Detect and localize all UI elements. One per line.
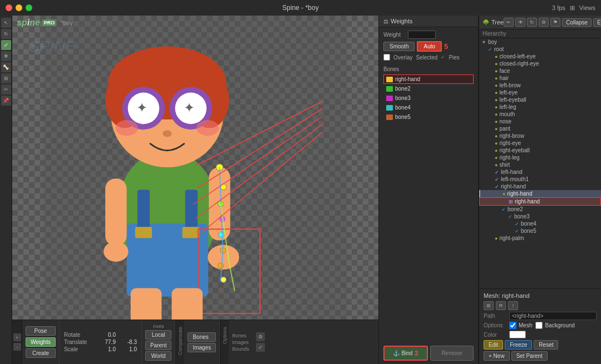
zoom-out-icon[interactable]: - (13, 343, 21, 351)
bones-button[interactable]: Bones (188, 332, 216, 342)
images-button[interactable]: Images (188, 343, 216, 352)
tree-item-16[interactable]: ●right-leg (479, 154, 601, 161)
tool-bones[interactable]: 🦴 (1, 62, 11, 72)
tree-item-4[interactable]: ●face (479, 67, 601, 74)
settings-icon[interactable]: ⚙ (256, 332, 265, 341)
spine-logo: spine PRO *boy (17, 18, 73, 28)
gear-icon[interactable]: ⚙ (539, 18, 549, 27)
bone-list-item-4[interactable]: bone5 (383, 112, 474, 122)
tool-arrow[interactable]: ↖ (1, 18, 11, 28)
tree-item-25[interactable]: ✓bone4 (479, 220, 601, 227)
mesh-check-input[interactable] (509, 322, 516, 329)
tree-item-14[interactable]: ●right-eye (479, 139, 601, 147)
world-button[interactable]: World (145, 351, 171, 361)
bone-list-item-1[interactable]: bone2 (383, 84, 474, 93)
svg-point-15 (162, 130, 171, 137)
color-row: Color (484, 331, 597, 338)
bone-list-item-2[interactable]: bone3 (383, 93, 474, 103)
tree-item-8[interactable]: ●left-eyeball (479, 96, 601, 103)
path-row: Path <right-hand> (484, 312, 597, 320)
tree-item-5[interactable]: ●hair (479, 74, 601, 82)
bind-badge: 3 (414, 349, 418, 357)
color-box[interactable] (509, 331, 526, 338)
traffic-lights (6, 4, 32, 11)
tree-item-7[interactable]: ●left-eye (479, 89, 601, 96)
tree-item-24[interactable]: ✓bone3 (479, 213, 601, 220)
close-button[interactable] (6, 4, 12, 11)
edit-button[interactable]: Edit (484, 340, 503, 350)
set-parent-button[interactable]: Set Parent (511, 351, 548, 361)
bone-list-item-3[interactable]: bone4 (383, 103, 474, 112)
tree-item-22[interactable]: ⊞right-hand (479, 197, 601, 206)
eye-icon[interactable]: 👁 (515, 18, 525, 27)
tree-item-12[interactable]: ●pant (479, 125, 601, 132)
tree-item-19[interactable]: ✓left-mouth1 (479, 176, 601, 183)
remove-button[interactable]: Remove (430, 346, 474, 361)
zoom-in-icon[interactable]: + (13, 333, 21, 341)
rotate-row: Rotate 0.0 (64, 332, 137, 338)
tree-item-13[interactable]: ●right-brow (479, 132, 601, 139)
translate-row: Translate 77.9 -8.3 (64, 339, 137, 345)
tree-item-20[interactable]: ✓right-hand (479, 183, 601, 190)
tree-item-23[interactable]: ✓bone2 (479, 206, 601, 213)
refresh-icon[interactable]: ↻ (527, 18, 537, 27)
tree-item-21[interactable]: ●right-hand (479, 190, 601, 197)
smooth-button[interactable]: Smooth (383, 42, 415, 51)
auto-button[interactable]: Auto (417, 41, 442, 52)
flag-icon[interactable]: ⚑ (550, 18, 560, 27)
left-sidebar: ↖ ↻ ⤢ ✥ 🦴 ⊞ ✂ 📌 (0, 16, 12, 364)
local-button[interactable]: Local (145, 330, 171, 340)
tool-scale[interactable]: ⤢ (1, 40, 11, 50)
prop-icon-3[interactable]: ! (508, 301, 518, 310)
rotate-label: Rotate (64, 332, 95, 338)
main-layout: ↖ ↻ ⤢ ✥ 🦴 ⊞ ✂ 📌 SPINE (0, 16, 601, 364)
tree-item-18[interactable]: ✓left-hand (479, 168, 601, 176)
overlay-checkbox[interactable] (383, 54, 390, 61)
tool-pin[interactable]: 📌 (1, 96, 11, 106)
reset-button[interactable]: Reset (534, 340, 558, 350)
tool-rotate[interactable]: ↻ (1, 29, 11, 39)
minimize-button[interactable] (16, 4, 22, 11)
compensate-label: Compensate (178, 327, 183, 355)
tree-item-3[interactable]: ●closed-right-eye (479, 60, 601, 67)
pose-button[interactable]: Pose (26, 326, 56, 336)
weight-input[interactable] (408, 31, 436, 39)
expand-icon[interactable]: ⤢ (256, 343, 265, 352)
tree-content[interactable]: ▼boy✓root●closed-left-eye●closed-right-e… (479, 38, 601, 288)
collapse-button[interactable]: Collapse (562, 18, 592, 27)
tree-item-2[interactable]: ●closed-left-eye (479, 53, 601, 60)
create-button[interactable]: Create (26, 348, 56, 358)
views-label: Views (579, 4, 595, 11)
tool-cut[interactable]: ✂ (1, 84, 11, 94)
tree-item-15[interactable]: ●right-eyeball (479, 147, 601, 154)
tree-item-10[interactable]: ●mouth (479, 111, 601, 118)
expand-button[interactable]: Expand (593, 18, 601, 27)
tree-item-17[interactable]: ●shirt (479, 161, 601, 168)
background-check-input[interactable] (535, 322, 543, 329)
tree-item-6[interactable]: ●left-brow (479, 82, 601, 89)
translate-label: Translate (64, 339, 95, 345)
weights-button[interactable]: Weights (26, 337, 56, 347)
tool-mesh[interactable]: ⊞ (1, 73, 11, 83)
new-button[interactable]: + New (484, 351, 510, 361)
bind-button[interactable]: ⚓ Bind 3 (383, 346, 428, 361)
tool-move[interactable]: ✥ (1, 51, 11, 61)
bi-detail: Bones Images Bounds (229, 320, 253, 364)
tree-item-0[interactable]: ▼boy (479, 38, 601, 46)
freeze-button[interactable]: Freeze (505, 340, 532, 350)
prop-icon-1[interactable]: ⊞ (484, 301, 494, 310)
canvas-area[interactable]: SPINE ✦ ✦ (12, 16, 378, 364)
parent-button[interactable]: Parent (145, 341, 171, 350)
axes-label: Axes (145, 323, 171, 329)
pencil-icon[interactable]: ✏ (504, 18, 514, 27)
tree-item-11[interactable]: ●nose (479, 118, 601, 125)
prop-icon-2[interactable]: R (496, 301, 506, 310)
prop-action-buttons: Edit Freeze Reset (484, 340, 597, 350)
tree-item-27[interactable]: ●right-palm (479, 235, 601, 242)
bone-list-item-0[interactable]: right-hand (383, 74, 474, 84)
tree-item-9[interactable]: ●left-leg (479, 103, 601, 111)
mesh-check-label: Mesh (519, 322, 532, 328)
tree-item-26[interactable]: ✓bone5 (479, 227, 601, 235)
maximize-button[interactable] (26, 4, 32, 11)
tree-item-1[interactable]: ✓root (479, 46, 601, 53)
